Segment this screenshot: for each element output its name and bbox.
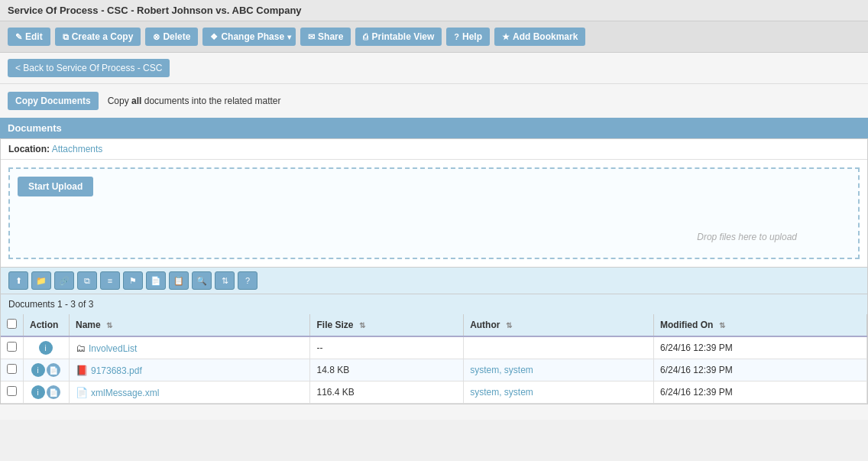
bookmark-icon: ★ (502, 32, 510, 42)
drop-text: Drop files here to upload (697, 232, 797, 242)
share-icon: ✉ (308, 32, 315, 42)
add-bookmark-button[interactable]: ★ Add Bookmark (494, 28, 585, 46)
table-row: i📄📕9173683.pdf14.8 KBsystem, system6/24/… (1, 359, 867, 381)
name-sort-icon[interactable]: ⇅ (106, 321, 112, 330)
row-filesize-cell: 116.4 KB (310, 381, 464, 404)
table-row: i📄📄xmlMessage.xml116.4 KBsystem, system6… (1, 381, 867, 404)
row-filesize-cell: -- (310, 336, 464, 359)
row-modified-cell: 6/24/16 12:39 PM (654, 359, 867, 381)
printable-view-button[interactable]: ⎙ Printable View (355, 28, 442, 46)
documents-area: Location: Attachments Start Upload Drop … (0, 138, 868, 404)
row-author-cell: system, system (464, 359, 654, 381)
copy-bar: Copy Documents Copy all documents into t… (0, 84, 868, 118)
toolbar: ✎ Edit ⧉ Create a Copy ⊗ Delete ❖ Change… (0, 21, 868, 53)
doc2-toolbar-icon[interactable]: 📋 (169, 271, 189, 290)
filesize-column-header: File Size ⇅ (310, 314, 464, 336)
documents-section: Documents Location: Attachments Start Up… (0, 118, 868, 404)
author-link[interactable]: system, system (470, 387, 533, 398)
table-row: i🗂InvolvedList--6/24/16 12:39 PM (1, 336, 867, 359)
row-checkbox-cell (1, 336, 24, 359)
link-toolbar-icon[interactable]: 🔗 (54, 271, 74, 290)
document-action-icon[interactable]: 📄 (47, 363, 60, 377)
row-checkbox-cell (1, 359, 24, 381)
row-checkbox[interactable] (7, 342, 17, 352)
icon-toolbar: ⬆ 📁 🔗 ⧉ ≡ ⚑ 📄 📋 🔍 ⇅ ? (1, 267, 867, 294)
author-column-header: Author ⇅ (464, 314, 654, 336)
select-all-header (1, 314, 24, 336)
table-header-row: Action Name ⇅ File Size ⇅ Author ⇅ (1, 314, 867, 336)
copy-documents-button[interactable]: Copy Documents (8, 92, 99, 110)
help-button[interactable]: ? Help (446, 28, 490, 46)
search-toolbar-icon[interactable]: 🔍 (192, 271, 212, 290)
create-copy-button[interactable]: ⧉ Create a Copy (55, 28, 141, 46)
main-content: Copy Documents Copy all documents into t… (0, 84, 868, 420)
author-link[interactable]: system, system (470, 365, 533, 375)
info-icon[interactable]: i (39, 341, 53, 355)
docs-count: Documents 1 - 3 of 3 (1, 294, 867, 314)
copy-icon: ⧉ (63, 32, 69, 42)
row-checkbox[interactable] (7, 364, 17, 374)
start-upload-button[interactable]: Start Upload (18, 177, 93, 196)
row-author-cell (464, 336, 654, 359)
copy-description: Copy all documents into the related matt… (108, 96, 281, 106)
select-all-checkbox[interactable] (7, 319, 17, 329)
action-column-header: Action (24, 314, 70, 336)
share-button[interactable]: ✉ Share (300, 28, 351, 46)
print-icon: ⎙ (363, 32, 368, 41)
row-action-cell: i (24, 336, 70, 359)
name-column-header: Name ⇅ (70, 314, 310, 336)
flag-toolbar-icon[interactable]: ⚑ (123, 271, 143, 290)
file-name-link[interactable]: InvolvedList (89, 343, 137, 354)
edit-button[interactable]: ✎ Edit (8, 28, 50, 46)
row-action-cell: i📄 (24, 381, 70, 404)
row-checkbox-cell (1, 381, 24, 404)
help-toolbar-icon[interactable]: ? (238, 271, 257, 290)
row-filesize-cell: 14.8 KB (310, 359, 464, 381)
folder-toolbar-icon[interactable]: 📁 (31, 271, 51, 290)
arrows-toolbar-icon[interactable]: ⇅ (215, 271, 235, 290)
copy-toolbar-icon[interactable]: ⧉ (77, 271, 97, 290)
row-modified-cell: 6/24/16 12:39 PM (654, 336, 867, 359)
file-name-link[interactable]: xmlMessage.xml (91, 388, 159, 398)
back-button[interactable]: < Back to Service Of Process - CSC (8, 59, 170, 77)
edit-icon: ✎ (15, 32, 22, 42)
pdf-file-icon: 📕 (76, 365, 88, 376)
info-icon[interactable]: i (31, 385, 45, 399)
location-bar: Location: Attachments (1, 139, 867, 160)
documents-table: Action Name ⇅ File Size ⇅ Author ⇅ (1, 314, 867, 404)
document-action-icon[interactable]: 📄 (47, 385, 60, 399)
xml-file-icon: 📄 (76, 387, 88, 398)
modified-sort-icon[interactable]: ⇅ (719, 321, 725, 330)
help-icon: ? (454, 32, 459, 41)
phase-icon: ❖ (210, 32, 218, 42)
info-icon[interactable]: i (31, 363, 45, 377)
row-name-cell: 🗂InvolvedList (70, 336, 310, 359)
upload-toolbar-icon[interactable]: ⬆ (8, 271, 28, 290)
modified-on-column-header: Modified On ⇅ (654, 314, 867, 336)
row-modified-cell: 6/24/16 12:39 PM (654, 381, 867, 404)
folder-file-icon: 🗂 (76, 343, 86, 354)
row-action-cell: i📄 (24, 359, 70, 381)
upload-area: Start Upload Drop files here to upload (8, 167, 860, 259)
delete-button[interactable]: ⊗ Delete (145, 28, 198, 46)
row-checkbox[interactable] (7, 386, 17, 396)
change-phase-button[interactable]: ❖ Change Phase (202, 28, 296, 46)
location-label: Location: (8, 144, 50, 154)
documents-header: Documents (0, 118, 868, 138)
page-title: Service Of Process - CSC - Robert Johnso… (8, 5, 302, 16)
delete-icon: ⊗ (153, 32, 160, 42)
author-sort-icon[interactable]: ⇅ (506, 321, 512, 330)
file-name-link[interactable]: 9173683.pdf (91, 365, 142, 376)
location-link[interactable]: Attachments (52, 144, 103, 154)
filesize-sort-icon[interactable]: ⇅ (359, 321, 365, 330)
row-author-cell: system, system (464, 381, 654, 404)
row-name-cell: 📕9173683.pdf (70, 359, 310, 381)
row-name-cell: 📄xmlMessage.xml (70, 381, 310, 404)
title-bar: Service Of Process - CSC - Robert Johnso… (0, 0, 868, 21)
pages-toolbar-icon[interactable]: ≡ (100, 271, 120, 290)
back-bar: < Back to Service Of Process - CSC (0, 53, 868, 84)
doc-toolbar-icon[interactable]: 📄 (146, 271, 166, 290)
